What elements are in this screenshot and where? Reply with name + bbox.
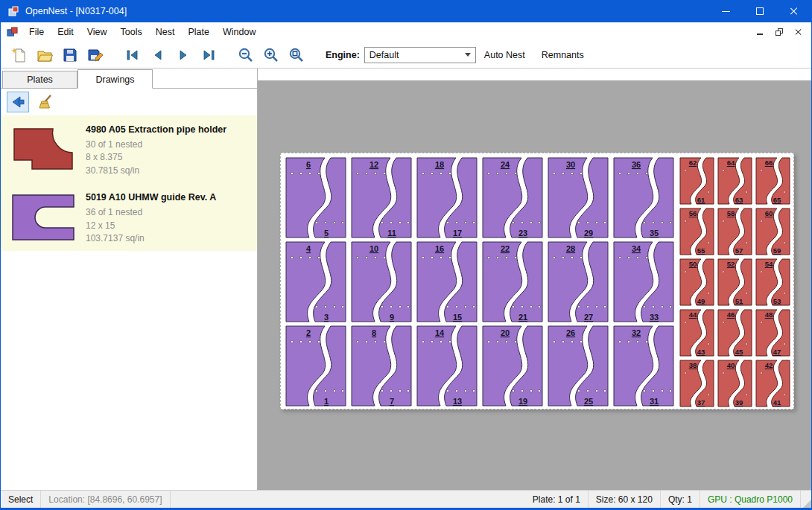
- nested-part-pair[interactable]: 3029: [546, 156, 610, 239]
- nested-part-pair[interactable]: 2625: [546, 325, 610, 407]
- tabstrip: Plates Drawings: [1, 68, 257, 89]
- nested-part-pair[interactable]: 6665: [755, 156, 791, 205]
- nested-part-pair[interactable]: 21: [284, 325, 348, 407]
- nested-part-pair[interactable]: 5655: [679, 207, 715, 256]
- extraction-pipe-holder-shape: [7, 123, 78, 176]
- svg-text:29: 29: [584, 229, 593, 238]
- nested-part-pair[interactable]: 4241: [755, 359, 791, 408]
- drawings-toolbar: [1, 89, 257, 115]
- drawing-nested-count: 36 of 1 nested: [86, 206, 216, 219]
- nested-part-pair[interactable]: 6261: [679, 156, 715, 205]
- menu-item-view[interactable]: View: [80, 23, 114, 41]
- nested-part-pair[interactable]: 6463: [717, 156, 753, 205]
- first-plate-button[interactable]: [120, 44, 145, 66]
- auto-nest-button[interactable]: Auto Nest: [476, 50, 533, 60]
- status-qty: Qty: 1: [661, 491, 700, 508]
- nested-part-pair[interactable]: 5049: [679, 258, 715, 307]
- red-parts-grid: 6261 6463 6665 5655 5857 6059 5049: [679, 156, 791, 408]
- menu-item-window[interactable]: Window: [216, 23, 262, 41]
- nested-part-pair[interactable]: 2019: [480, 325, 545, 407]
- close-button[interactable]: [777, 0, 811, 22]
- save-button[interactable]: [57, 44, 83, 66]
- plate[interactable]: 65 1211 1817 2423 3029 3635 43: [280, 153, 794, 409]
- drawing-item[interactable]: 4980 A05 Extraction pipe holder 30 of 1 …: [1, 115, 257, 183]
- menu-item-edit[interactable]: Edit: [51, 23, 80, 41]
- nested-part-pair[interactable]: 5857: [717, 207, 753, 256]
- resize-grip-icon: [803, 500, 811, 508]
- remnants-button[interactable]: Remnants: [533, 50, 592, 60]
- nested-part-pair[interactable]: 3231: [612, 325, 676, 407]
- nested-part-pair[interactable]: 6059: [755, 207, 791, 256]
- svg-text:42: 42: [765, 361, 773, 369]
- tab-plates[interactable]: Plates: [2, 71, 77, 88]
- mdi-restore-button[interactable]: [771, 25, 787, 39]
- nested-part-pair[interactable]: 65: [284, 156, 348, 239]
- next-plate-button[interactable]: [171, 44, 196, 66]
- drawing-list: 4980 A05 Extraction pipe holder 30 of 1 …: [1, 115, 257, 251]
- drawing-item[interactable]: 5019 A10 UHMW guide Rev. A 36 of 1 neste…: [1, 183, 257, 251]
- nested-part-pair[interactable]: 2827: [546, 240, 610, 323]
- nested-part-pair[interactable]: 87: [349, 325, 413, 407]
- save-as-button[interactable]: [83, 44, 108, 66]
- close-icon: [790, 7, 799, 16]
- mdi-minimize-button[interactable]: [752, 25, 768, 39]
- engine-dropdown[interactable]: Default: [364, 47, 476, 63]
- menu-item-plate[interactable]: Plate: [181, 23, 216, 41]
- svg-text:5: 5: [324, 229, 329, 238]
- menu-item-tools[interactable]: Tools: [114, 23, 149, 41]
- nested-part-pair[interactable]: 43: [284, 240, 348, 323]
- nested-part-pair[interactable]: 5453: [755, 258, 791, 307]
- nested-part-pair[interactable]: 5251: [717, 258, 753, 307]
- svg-text:66: 66: [765, 159, 773, 167]
- status-plate: Plate: 1 of 1: [525, 491, 589, 508]
- nested-part-pair[interactable]: 3635: [612, 156, 676, 239]
- resize-grip[interactable]: [801, 491, 811, 508]
- svg-text:2: 2: [306, 328, 311, 337]
- svg-text:43: 43: [697, 348, 705, 356]
- left-panel: Plates Drawings: [1, 68, 258, 490]
- menu-item-file[interactable]: File: [22, 23, 51, 41]
- last-plate-button[interactable]: [196, 44, 221, 66]
- nested-part-pair[interactable]: 3433: [612, 240, 676, 323]
- drawing-size: 8 x 8.375: [86, 151, 226, 164]
- nested-part-pair[interactable]: 4847: [755, 308, 791, 357]
- svg-text:16: 16: [435, 244, 444, 253]
- open-file-button[interactable]: [32, 44, 57, 66]
- svg-text:24: 24: [501, 160, 510, 169]
- nested-part-pair[interactable]: 4443: [679, 308, 715, 357]
- svg-text:20: 20: [501, 328, 510, 337]
- nested-part-pair[interactable]: 3837: [679, 359, 715, 408]
- nest-canvas[interactable]: 65 1211 1817 2423 3029 3635 43: [258, 68, 811, 490]
- nested-part-pair[interactable]: 1413: [415, 325, 479, 407]
- mdi-close-button[interactable]: [790, 25, 807, 39]
- previous-plate-button[interactable]: [145, 44, 171, 66]
- tab-drawings[interactable]: Drawings: [77, 69, 153, 89]
- new-file-button[interactable]: [7, 44, 32, 66]
- engine-value: Default: [369, 50, 399, 60]
- zoom-fit-button[interactable]: [284, 44, 309, 66]
- zoom-out-button[interactable]: [233, 44, 258, 66]
- svg-text:45: 45: [735, 348, 743, 356]
- zoom-in-icon: [263, 47, 279, 63]
- svg-text:17: 17: [453, 229, 462, 238]
- nested-part-pair[interactable]: 2423: [480, 156, 545, 239]
- nested-part-pair[interactable]: 109: [349, 240, 413, 323]
- svg-text:13: 13: [453, 397, 462, 406]
- nested-part-pair[interactable]: 4645: [717, 308, 753, 357]
- svg-text:4: 4: [306, 244, 311, 253]
- svg-text:12: 12: [369, 160, 378, 169]
- return-part-button[interactable]: [7, 92, 29, 112]
- menu-item-nest[interactable]: Nest: [149, 23, 182, 41]
- nested-part-pair[interactable]: 1615: [415, 240, 479, 323]
- nested-part-pair[interactable]: 2221: [480, 240, 545, 323]
- maximize-button[interactable]: [743, 0, 777, 22]
- engine-label: Engine:: [326, 50, 360, 60]
- minimize-button[interactable]: [708, 0, 743, 22]
- svg-text:57: 57: [735, 246, 743, 255]
- nested-part-pair[interactable]: 4039: [717, 359, 753, 408]
- nested-part-pair[interactable]: 1211: [349, 156, 413, 239]
- nested-part-pair[interactable]: 1817: [415, 156, 479, 239]
- clear-parts-button[interactable]: [35, 92, 57, 112]
- zoom-in-button[interactable]: [258, 44, 284, 66]
- svg-text:48: 48: [765, 310, 773, 319]
